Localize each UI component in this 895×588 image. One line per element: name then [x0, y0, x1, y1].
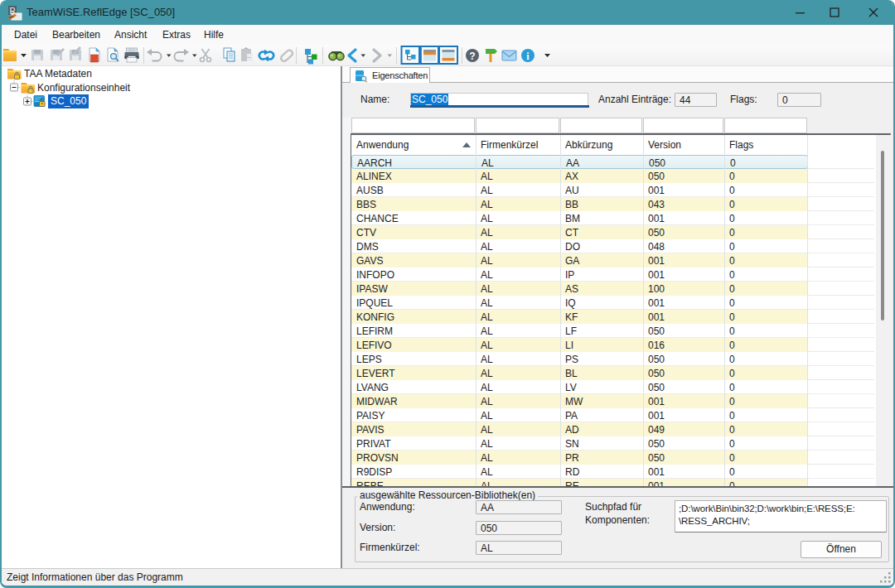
svg-text:?: ? — [469, 51, 475, 62]
